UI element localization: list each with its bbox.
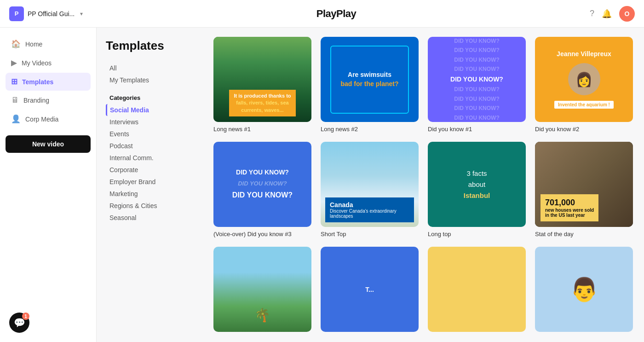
template-card-placeholder-2[interactable]: T... <box>321 247 419 336</box>
template-label: Stat of the day <box>535 231 633 238</box>
topbar: P PP Official Gui... ▾ PlayPlay ? 🔔 O <box>0 0 644 28</box>
template-label: (Voice-over) Did you know #3 <box>213 231 311 238</box>
sidebar-nav: 🏠 Home ▶ My Videos ⊞ Templates 🖥 Brandin… <box>0 35 96 128</box>
sub-nav-interviews[interactable]: Interviews <box>106 116 193 128</box>
sub-nav-corporate[interactable]: Corporate <box>106 164 193 176</box>
sub-nav-internal-comm[interactable]: Internal Comm. <box>106 152 193 164</box>
person-avatar: 👩 <box>568 63 600 95</box>
monitor-icon: 🖥 <box>11 96 19 105</box>
overlay-text: It is produced thanks tofalls, rivers, t… <box>229 90 295 116</box>
sub-nav-regions-cities[interactable]: Regions & Cities <box>106 200 193 212</box>
template-label: Long news #1 <box>213 126 311 133</box>
template-label: Long news #2 <box>321 126 419 133</box>
templates-grid-area: It is produced thanks tofalls, rivers, t… <box>202 28 644 342</box>
chat-badge: 1 <box>22 313 29 320</box>
template-thumb-voice-over: DID YOU KNOW? DID YOU KNOW? DID YOU KNOW… <box>213 142 311 227</box>
template-card-stat[interactable]: 701,000 new houses were soldin the US la… <box>535 142 633 238</box>
sidebar-item-label: Templates <box>22 78 53 86</box>
template-card-did-you-know-2[interactable]: Jeanne Villepreux 👩 Invented the aquariu… <box>535 37 633 133</box>
template-thumb-placeholder-4: 👨 <box>535 247 633 332</box>
sub-nav-social-media[interactable]: Social Media <box>106 104 193 116</box>
template-label: Short Top <box>321 231 419 238</box>
question-text: Are swimsuitsbad for the planet? <box>340 70 398 88</box>
template-thumb-placeholder-2: T... <box>321 247 419 332</box>
canada-title: Canada <box>330 201 409 209</box>
categories-section: Categories Social Media Interviews Event… <box>106 94 193 224</box>
play-icon: ▶ <box>11 58 17 68</box>
template-label: Long top <box>428 231 526 238</box>
sub-nav-all[interactable]: All <box>106 62 193 74</box>
sidebar-item-corp-media[interactable]: 👤 Corp Media <box>6 110 91 128</box>
dyk-stack: DID YOU KNOW? DID YOU KNOW? DID YOU KNOW… <box>232 167 293 202</box>
chat-bubble[interactable]: 💬 1 <box>9 313 29 333</box>
sidebar-item-label: My Videos <box>22 59 52 67</box>
templates-grid: It is produced thanks tofalls, rivers, t… <box>213 37 633 336</box>
sidebar-item-templates[interactable]: ⊞ Templates <box>6 73 91 91</box>
dyk-line1: DID YOU KNOW? <box>232 167 293 178</box>
stat-number: 701,000 <box>545 198 594 208</box>
template-thumb-did-you-know-1: DID YOU KNOW?DID YOU KNOW?DID YOU KNOW?D… <box>428 37 526 122</box>
sub-nav-employer-brand[interactable]: Employer Brand <box>106 176 193 188</box>
sidebar-item-label: Home <box>25 41 42 48</box>
app-logo: PlayPlay <box>316 8 356 20</box>
sidebar-item-home[interactable]: 🏠 Home <box>6 35 91 53</box>
stat-desc: new houses were soldin the US last year <box>545 208 594 218</box>
categories-title: Categories <box>106 94 193 101</box>
company-avatar[interactable]: P <box>9 6 24 21</box>
canada-box: Canada Discover Canada's extraordinary l… <box>325 197 414 222</box>
user-avatar[interactable]: O <box>619 6 635 22</box>
sidebar-item-branding[interactable]: 🖥 Branding <box>6 92 91 109</box>
template-label: Did you know #2 <box>535 126 633 133</box>
topbar-left: P PP Official Gui... ▾ <box>9 6 83 21</box>
template-label: Did you know #1 <box>428 126 526 133</box>
template-card-long-top[interactable]: 3 factsaboutIstanbul Long top <box>428 142 526 238</box>
canada-sub: Discover Canada's extraordinary landscap… <box>330 209 409 219</box>
placeholder-text: T... <box>365 286 374 293</box>
template-thumb-long-news-2: Are swimsuitsbad for the planet? <box>321 37 419 122</box>
beach-icon: 🌴 <box>254 307 270 332</box>
topbar-right: ? 🔔 O <box>590 6 635 22</box>
company-name[interactable]: PP Official Gui... <box>28 10 75 17</box>
template-card-long-news-2[interactable]: Are swimsuitsbad for the planet? Long ne… <box>321 37 419 133</box>
sub-sidebar: Templates All My Templates Categories So… <box>97 28 202 342</box>
content-area: Templates All My Templates Categories So… <box>97 28 644 342</box>
sub-nav-podcast[interactable]: Podcast <box>106 140 193 152</box>
dyk-text: DID YOU KNOW?DID YOU KNOW?DID YOU KNOW?D… <box>450 37 503 122</box>
sub-nav-marketing[interactable]: Marketing <box>106 188 193 200</box>
main-layout: 🏠 Home ▶ My Videos ⊞ Templates 🖥 Brandin… <box>0 28 644 342</box>
template-thumb-short-top: Canada Discover Canada's extraordinary l… <box>321 142 419 227</box>
template-thumb-long-news-1: It is produced thanks tofalls, rivers, t… <box>213 37 311 122</box>
home-icon: 🏠 <box>11 39 21 49</box>
sidebar: 🏠 Home ▶ My Videos ⊞ Templates 🖥 Brandin… <box>0 28 97 342</box>
sub-nav-my-templates[interactable]: My Templates <box>106 74 193 86</box>
template-card-did-you-know-1[interactable]: DID YOU KNOW?DID YOU KNOW?DID YOU KNOW?D… <box>428 37 526 133</box>
sidebar-item-label: Corp Media <box>25 116 58 123</box>
template-card-placeholder-1[interactable]: 🌴 <box>213 247 311 336</box>
template-thumb-did-you-know-2: Jeanne Villepreux 👩 Invented the aquariu… <box>535 37 633 122</box>
template-card-long-news-1[interactable]: It is produced thanks tofalls, rivers, t… <box>213 37 311 133</box>
help-icon[interactable]: ? <box>590 9 594 18</box>
template-card-voice-over[interactable]: DID YOU KNOW? DID YOU KNOW? DID YOU KNOW… <box>213 142 311 238</box>
person-name: Jeanne Villepreux <box>557 50 611 58</box>
sub-nav-events[interactable]: Events <box>106 128 193 140</box>
notification-icon[interactable]: 🔔 <box>602 9 612 19</box>
grid-icon: ⊞ <box>11 77 17 87</box>
company-chevron-icon[interactable]: ▾ <box>80 11 83 17</box>
template-card-placeholder-3[interactable] <box>428 247 526 336</box>
person-subtitle: Invented the aquarium ! <box>554 101 614 109</box>
new-video-button[interactable]: New video <box>6 135 91 153</box>
stat-box: 701,000 new houses were soldin the US la… <box>540 194 598 221</box>
user-icon: 👤 <box>11 114 21 124</box>
template-thumb-long-top: 3 factsaboutIstanbul <box>428 142 526 227</box>
dyk-line2: DID YOU KNOW? <box>232 178 293 189</box>
sub-nav-seasonal[interactable]: Seasonal <box>106 212 193 224</box>
template-thumb-placeholder-1: 🌴 <box>213 247 311 332</box>
template-card-short-top[interactable]: Canada Discover Canada's extraordinary l… <box>321 142 419 238</box>
person-placeholder-icon: 👨 <box>570 276 598 303</box>
template-card-placeholder-4[interactable]: 👨 <box>535 247 633 336</box>
template-thumb-placeholder-3 <box>428 247 526 332</box>
template-thumb-stat: 701,000 new houses were soldin the US la… <box>535 142 633 227</box>
facts-text: 3 factsaboutIstanbul <box>464 168 490 201</box>
sidebar-item-my-videos[interactable]: ▶ My Videos <box>6 54 91 72</box>
thumb-inner: Are swimsuitsbad for the planet? <box>330 46 408 114</box>
